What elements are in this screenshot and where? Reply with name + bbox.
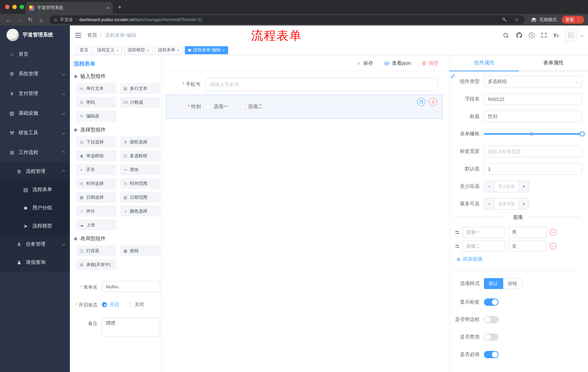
sidebar-item-leave-query[interactable]: ♟ 请假查询	[0, 253, 70, 272]
sidebar-item-workflow[interactable]: ⊞ 工作流程	[0, 143, 70, 162]
delete-component-button[interactable]	[429, 98, 437, 106]
slider-handle[interactable]	[580, 131, 585, 137]
palette-item-row-container[interactable]: ◫行容器	[76, 245, 116, 256]
increase-icon[interactable]: +	[518, 181, 529, 192]
palette-item-checkbox-group[interactable]: ☑多选框组	[120, 150, 160, 161]
tag-process-form[interactable]: 流程表单 ×	[155, 46, 183, 54]
minimize-window-button[interactable]	[12, 5, 17, 9]
palette-item-password[interactable]: ⊡密码	[76, 97, 116, 108]
forward-icon[interactable]: →	[15, 17, 24, 23]
form-remark-textarea[interactable]: 嘿嘿	[102, 317, 160, 337]
sidebar-item-task-manage[interactable]: ⋔ 任务管理	[0, 235, 70, 253]
palette-item-switch[interactable]: ◐开关	[76, 164, 116, 175]
canvas-field-phone[interactable]: 手机号	[166, 78, 445, 91]
option-label-input[interactable]	[462, 227, 505, 238]
palette-item-time-range[interactable]: ◷时间范围	[120, 178, 160, 189]
home-icon[interactable]: ⌂	[36, 17, 46, 23]
tab-component-props[interactable]: 组件属性	[450, 55, 519, 71]
sidebar-item-home[interactable]: ⌂ 首页	[0, 44, 70, 64]
increase-icon[interactable]: +	[518, 198, 529, 209]
palette-item-cascader[interactable]: ⋔级联选择	[120, 137, 160, 148]
palette-item-upload[interactable]: ☁上传	[76, 220, 116, 230]
save-button[interactable]: ✓ 保存	[357, 60, 373, 66]
sidebar-fold-icon[interactable]	[75, 32, 82, 38]
help-icon[interactable]: ?	[528, 32, 534, 38]
palette-item-single-text[interactable]: ▭单行文本	[76, 83, 116, 94]
disabled-toggle[interactable]	[484, 333, 498, 341]
default-value-input[interactable]	[484, 163, 582, 175]
title-input[interactable]	[484, 111, 582, 122]
tab-form-props[interactable]: 表单属性	[519, 55, 588, 71]
tab-close-icon[interactable]: ×	[106, 5, 109, 11]
sidebar-item-devtools[interactable]: ⚒ 研发工具	[0, 123, 70, 143]
option-value-input[interactable]	[508, 227, 547, 238]
back-icon[interactable]: ←	[4, 17, 13, 23]
phone-input[interactable]	[205, 78, 438, 91]
form-canvas[interactable]: 手机号 性别	[162, 71, 449, 372]
palette-item-radio-group[interactable]: ◉单选框组	[76, 150, 116, 161]
drag-handle-icon[interactable]	[455, 230, 460, 234]
avatar-caret-icon[interactable]	[580, 34, 583, 37]
add-option-button[interactable]: ⊕ 添加选项	[456, 256, 582, 262]
font-size-icon[interactable]: TT	[553, 32, 559, 38]
tag-process-model[interactable]: 流程模型 ×	[124, 46, 152, 54]
bookmark-star-icon[interactable]: ☆	[513, 16, 520, 23]
grid-slider[interactable]	[484, 128, 582, 140]
close-icon[interactable]: ×	[147, 48, 149, 52]
style-default-button[interactable]: 默认	[484, 278, 503, 289]
border-toggle[interactable]	[484, 316, 498, 323]
zoom-window-button[interactable]	[20, 5, 24, 9]
field-name-input[interactable]	[484, 93, 582, 105]
option-value-input[interactable]	[508, 241, 547, 252]
form-name-input[interactable]	[102, 281, 160, 292]
browser-tab[interactable]: 芋道管理系统 ×	[25, 2, 113, 14]
status-on-radio[interactable]: 开启	[102, 301, 119, 308]
canvas-field-gender-selected[interactable]: 性别 选项一 选项二	[166, 95, 442, 119]
reload-icon[interactable]: ↻	[25, 16, 35, 23]
github-icon[interactable]	[515, 32, 523, 39]
min-select-value[interactable]: 至少应选	[494, 181, 518, 192]
tag-process-form-edit[interactable]: 流程表单-编辑 ×	[185, 46, 228, 54]
palette-item-button[interactable]: ▣按钮	[120, 245, 160, 256]
palette-item-date-picker[interactable]: ▦日期选择	[76, 192, 116, 203]
sidebar-item-infrastructure[interactable]: ▥ 基础设施	[0, 103, 70, 123]
gender-option1-checkbox[interactable]: 选项一	[206, 103, 228, 110]
option-label-input[interactable]	[462, 241, 505, 252]
tag-home[interactable]: 首页	[76, 46, 92, 54]
fullscreen-icon[interactable]	[540, 32, 547, 39]
palette-item-editor[interactable]: ✎编辑器	[76, 111, 116, 122]
sidebar-item-payment[interactable]: ¥ 支付管理	[0, 84, 70, 103]
style-button-button[interactable]: 按钮	[503, 278, 522, 289]
close-icon[interactable]: ×	[116, 48, 119, 52]
sidebar-item-process-model[interactable]: ➤ 流程模型	[0, 217, 70, 235]
palette-item-multi-text[interactable]: ▤多行文本	[120, 83, 160, 94]
required-toggle[interactable]	[484, 351, 498, 358]
breadcrumb-home[interactable]: 首页	[87, 32, 97, 38]
view-json-button[interactable]: 查看json	[384, 60, 411, 66]
gender-option2-checkbox[interactable]: 选项二	[240, 103, 263, 110]
update-button[interactable]: 更新 ⋮	[562, 16, 584, 24]
palette-item-date-range[interactable]: ▧日期范围	[120, 192, 160, 203]
label-width-input[interactable]	[484, 146, 582, 157]
sidebar-item-process-form[interactable]: ▤ 流程表单	[0, 181, 70, 199]
palette-item-table[interactable]: ⊞表格[开发中]	[76, 259, 116, 270]
search-icon[interactable]	[502, 32, 510, 39]
drag-handle-icon[interactable]	[455, 244, 460, 248]
password-key-icon[interactable]	[501, 16, 508, 23]
sidebar-item-process-manage[interactable]: ≣ 流程管理	[0, 162, 70, 181]
close-window-button[interactable]	[5, 5, 10, 9]
clear-button[interactable]: 清空	[422, 60, 439, 66]
remove-option-icon[interactable]: −	[550, 229, 556, 235]
palette-item-slider[interactable]: ⊸滑块	[120, 164, 160, 175]
browser-menu-icon[interactable]: ⋮	[576, 17, 581, 22]
copy-component-button[interactable]	[417, 98, 425, 106]
tag-process-definition[interactable]: 流程定义 ×	[94, 46, 122, 54]
new-tab-button[interactable]: +	[118, 4, 122, 11]
sidebar-item-user-group[interactable]: ☻ 用户分组	[0, 199, 70, 217]
palette-item-select[interactable]: ◎下拉选择	[76, 137, 116, 148]
close-icon[interactable]: ×	[177, 48, 179, 52]
palette-item-color-picker[interactable]: ◑颜色选择	[120, 206, 160, 217]
sidebar-item-system[interactable]: ⚙ 系统管理	[0, 64, 70, 84]
address-bar[interactable]: ⚠ 不安全 | dashboard.yudao.iocoder.cn/bpm/m…	[50, 15, 525, 24]
status-off-radio[interactable]: 关闭	[127, 301, 144, 308]
